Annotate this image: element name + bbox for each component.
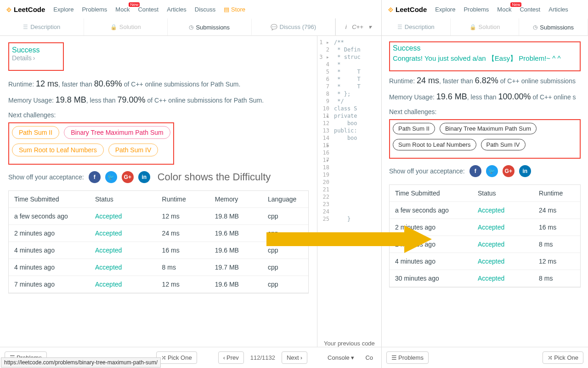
problem-tabs: ☰Description 🔒Solution ◷Submissions 💬Dis… xyxy=(0,18,381,36)
logo[interactable]: ⟐LeetCode xyxy=(388,5,427,14)
col-runtime: Runtime xyxy=(157,191,209,207)
pick-one-button[interactable]: ⤭ Pick One xyxy=(156,351,197,364)
page-indicator: 112/1132 xyxy=(248,354,278,361)
nav-link-store[interactable]: ▤ Store xyxy=(224,6,245,13)
tab-description[interactable]: ☰Description xyxy=(382,18,451,35)
congrats-message: Congrats! You just solved a/an 【Easy】 Pr… xyxy=(393,54,577,63)
col-runtime: Runtime xyxy=(533,185,580,201)
linkedin-icon[interactable]: in xyxy=(138,171,150,183)
problems-button[interactable]: ☰ Problems xyxy=(386,351,429,364)
col-time: Time Submitted xyxy=(390,185,472,201)
showoff-label: Show off your acceptance: xyxy=(389,167,465,175)
next-challenges-label: Next challenges: xyxy=(389,108,581,115)
tab-solution[interactable]: 🔒Solution xyxy=(84,18,168,35)
nav-link-problems[interactable]: Problems xyxy=(464,6,489,13)
description-icon: ☰ xyxy=(397,24,402,30)
navbar-right: ⟐LeetCode Explore Problems MockNew Conte… xyxy=(382,0,588,18)
challenge-pill[interactable]: Path Sum II xyxy=(393,123,435,134)
challenge-pill[interactable]: Path Sum II xyxy=(12,126,59,139)
tab-submissions[interactable]: ◷Submissions xyxy=(168,18,252,35)
clock-icon: ◷ xyxy=(189,24,193,30)
lock-icon: 🔒 xyxy=(469,24,476,30)
shuffle-icon: ⤭ xyxy=(161,354,166,361)
nav-link-contest[interactable]: Contest xyxy=(138,6,158,13)
nav-link-explore[interactable]: Explore xyxy=(53,6,74,13)
table-row[interactable]: 2 minutes agoAccepted24 ms19.6 MBcpp xyxy=(9,225,308,242)
challenges-row: Path Sum II Binary Tree Maximum Path Sum xyxy=(12,126,170,139)
table-row[interactable]: 30 minutes agoAccepted8 ms xyxy=(390,270,580,287)
nav-link-contest[interactable]: Contest xyxy=(520,6,540,13)
navbar-left: ⟐LeetCode Explore Problems MockNew Conte… xyxy=(0,0,381,18)
table-row[interactable]: 7 minutes agoAccepted12 ms19.6 MBcpp xyxy=(9,276,308,293)
prev-button[interactable]: ‹ Prev xyxy=(218,351,244,364)
shuffle-icon: ⤭ xyxy=(548,354,553,361)
tab-description[interactable]: ☰Description xyxy=(0,18,84,35)
facebook-icon[interactable]: f xyxy=(469,165,481,177)
runtime-line: Runtime: 24 ms, faster than 6.82% of C++… xyxy=(389,76,581,86)
table-row[interactable]: a few seconds agoAccepted24 ms xyxy=(390,202,580,219)
googleplus-icon[interactable]: G+ xyxy=(503,165,514,177)
col-memory: Memory xyxy=(209,191,262,207)
co-link[interactable]: Co xyxy=(362,354,377,361)
facebook-icon[interactable]: f xyxy=(89,171,101,183)
store-icon: ▤ xyxy=(224,6,229,13)
next-challenges-label: Next challenges: xyxy=(8,111,309,119)
memory-line: Memory Usage: 19.6 MB, less than 100.00%… xyxy=(389,92,581,102)
tab-submissions[interactable]: ◷Submissions xyxy=(519,18,588,35)
nav-link-mock[interactable]: MockNew xyxy=(115,6,130,13)
previous-code-label: Your previous code xyxy=(324,340,375,347)
linkedin-icon[interactable]: in xyxy=(519,165,531,177)
challenge-pill[interactable]: Binary Tree Maximum Path Sum xyxy=(64,126,170,139)
table-row[interactable]: 4 minutes agoAccepted8 ms19.7 MBcpp xyxy=(9,259,308,276)
table-row[interactable]: 4 minutes agoAccepted16 ms19.6 MBcpp xyxy=(9,242,308,259)
challenge-pill[interactable]: Sum Root to Leaf Numbers xyxy=(12,144,104,156)
showoff-label: Show off your acceptance: xyxy=(8,173,84,181)
chevron-left-icon: ‹ xyxy=(223,354,225,361)
challenge-pill[interactable]: Path Sum IV xyxy=(481,139,526,150)
table-row[interactable]: 4 minutes agoAccepted12 ms xyxy=(390,253,580,270)
success-label: Success xyxy=(12,46,40,54)
twitter-icon[interactable]: 🐦 xyxy=(486,165,498,177)
nav-link-mock[interactable]: MockNew xyxy=(497,6,511,13)
code-editor[interactable]: 1 ▸23 ▸45678910 ▸11121314 ▸1516 ▸1718192… xyxy=(317,36,381,347)
svg-marker-0 xyxy=(266,225,432,253)
discuss-icon: 💬 xyxy=(271,24,277,30)
col-language: Language xyxy=(262,191,308,207)
footer-right: ☰ Problems ⤭ Pick One xyxy=(382,347,588,368)
logo[interactable]: ⟐LeetCode xyxy=(6,5,45,14)
logo-icon: ⟐ xyxy=(6,5,11,14)
challenge-pill[interactable]: Binary Tree Maximum Path Sum xyxy=(440,123,537,134)
table-row[interactable]: a few seconds agoAccepted12 ms19.8 MBcpp xyxy=(9,208,308,225)
tab-solution[interactable]: 🔒Solution xyxy=(451,18,520,35)
runtime-line: Runtime: 12 ms, faster than 80.69% of C+… xyxy=(8,79,309,89)
success-label: Success xyxy=(393,44,577,52)
details-link[interactable]: Details › xyxy=(12,54,46,62)
next-button[interactable]: Next › xyxy=(282,351,307,364)
submissions-table: Time Submitted Status Runtime Memory Lan… xyxy=(8,190,309,293)
chevron-right-icon: › xyxy=(300,354,302,361)
nav-link-explore[interactable]: Explore xyxy=(435,6,455,13)
line-gutter: 1 ▸23 ▸45678910 ▸11121314 ▸1516 ▸1718192… xyxy=(317,36,332,347)
nav-link-discuss[interactable]: Discuss xyxy=(195,6,216,13)
annotation-arrow xyxy=(266,225,432,253)
chevron-down-icon: ▾ xyxy=(368,23,372,30)
chevron-right-icon: › xyxy=(33,54,35,62)
problem-tabs-right: ☰Description 🔒Solution ◷Submissions xyxy=(382,18,588,36)
tab-discuss[interactable]: 💬Discuss (796) xyxy=(252,18,336,35)
language-select[interactable]: i C++ ▾ xyxy=(335,18,381,35)
list-icon: ☰ xyxy=(391,354,397,361)
annotation-caption: Color shows the Difficulty xyxy=(158,171,271,183)
clock-icon: ◷ xyxy=(533,24,537,30)
twitter-icon[interactable]: 🐦 xyxy=(105,171,117,183)
description-icon: ☰ xyxy=(23,24,28,30)
nav-link-articles[interactable]: Articles xyxy=(548,6,568,13)
memory-line: Memory Usage: 19.8 MB, less than 79.00% … xyxy=(8,95,309,105)
challenge-pill[interactable]: Sum Root to Leaf Numbers xyxy=(393,139,476,150)
console-toggle[interactable]: Console ▾ xyxy=(324,354,358,361)
nav-link-articles[interactable]: Articles xyxy=(167,6,187,13)
pick-one-button[interactable]: ⤭ Pick One xyxy=(543,351,583,364)
nav-link-problems[interactable]: Problems xyxy=(82,6,107,13)
lock-icon: 🔒 xyxy=(110,24,117,30)
googleplus-icon[interactable]: G+ xyxy=(122,171,134,183)
challenge-pill[interactable]: Path Sum IV xyxy=(108,144,158,156)
